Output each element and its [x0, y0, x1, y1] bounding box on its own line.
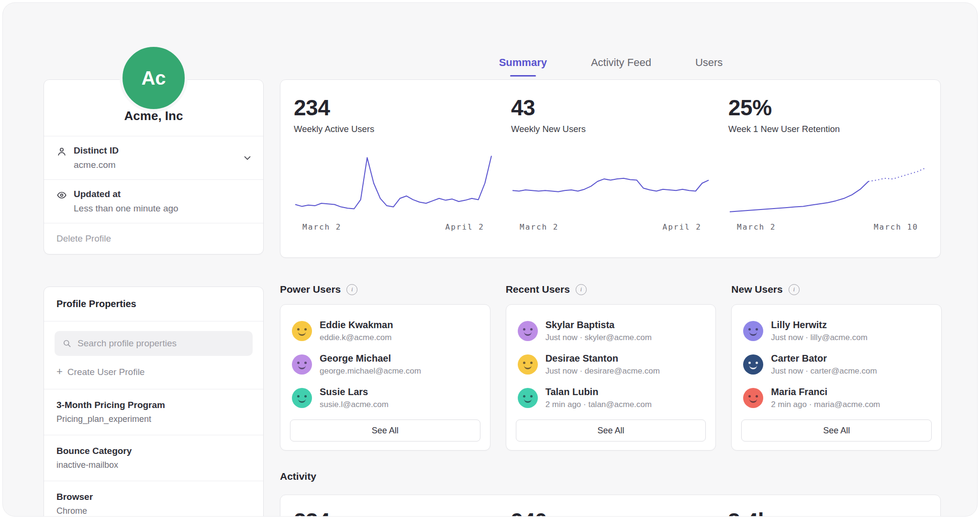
user-avatar: [518, 354, 538, 375]
info-icon[interactable]: [576, 284, 587, 295]
user-name: Skylar Baptista: [546, 320, 652, 331]
week1-retention-chart: [728, 147, 927, 219]
user-row[interactable]: Talan Lubin 2 min ago · talan@acme.com: [506, 381, 716, 415]
user-row[interactable]: Susie Lars susie.l@acme.com: [280, 381, 490, 415]
user-row[interactable]: Desirae Stanton Just now · desirare@acme…: [506, 348, 716, 381]
x-tick-start: March 2: [737, 222, 776, 232]
user-row[interactable]: Lilly Herwitz Just now · lilly@acme.com: [732, 314, 941, 348]
summary-card: 234 Weekly Active Users March 2 April 2 …: [280, 79, 941, 258]
activity-stat-2: 940: [511, 509, 710, 517]
distinct-id-row[interactable]: Distinct ID acme.com: [44, 136, 263, 179]
see-all-button[interactable]: See All: [516, 420, 706, 442]
property-row-browser[interactable]: Browser Chrome: [44, 481, 263, 517]
distinct-id-value: acme.com: [74, 160, 119, 170]
info-icon[interactable]: [346, 284, 357, 295]
x-tick-end: April 2: [445, 222, 484, 232]
stat-weekly-active-users: 234 Weekly Active Users March 2 April 2: [294, 96, 493, 246]
user-name: George Michael: [320, 353, 421, 364]
app-frame: Ac Acme, Inc Distinct ID acme.com: [2, 2, 978, 517]
x-tick-start: March 2: [302, 222, 341, 232]
user-email: susie.l@acme.com: [320, 400, 389, 409]
stat-label: Weekly New Users: [511, 124, 710, 134]
x-tick-start: March 2: [520, 222, 558, 232]
user-name: Lilly Herwitz: [771, 320, 867, 331]
stat-value: 234: [294, 96, 493, 119]
search-icon: [62, 339, 72, 348]
user-email: george.michael@acme.com: [320, 366, 421, 376]
tab-activity-feed[interactable]: Activity Feed: [591, 56, 651, 75]
plus-icon: [56, 366, 63, 377]
profile-properties-title: Profile Properties: [44, 287, 263, 321]
property-value: Chrome: [56, 506, 251, 516]
tab-summary[interactable]: Summary: [499, 56, 547, 75]
user-name: Desirae Stanton: [546, 353, 660, 364]
x-axis-labels: March 2 April 2: [511, 222, 710, 232]
eye-icon: [56, 189, 74, 200]
profile-properties-search[interactable]: [55, 331, 253, 356]
user-name: Maria Franci: [771, 386, 880, 398]
new-users-header: New Users: [731, 282, 942, 297]
user-name: Carter Bator: [771, 353, 877, 364]
see-all-button[interactable]: See All: [741, 420, 932, 442]
stat-week1-retention: 25% Week 1 New User Retention March 2 Ma…: [728, 96, 927, 246]
user-avatar: [743, 354, 763, 375]
create-user-profile-button[interactable]: Create User Profile: [44, 360, 263, 389]
list-title: Power Users: [280, 284, 341, 295]
power-users-card: Eddie Kwakman eddie.k@acme.com George Mi…: [280, 304, 490, 451]
stat-label: Weekly Active Users: [294, 124, 493, 134]
property-name: 3-Month Pricing Program: [56, 400, 251, 410]
x-axis-labels: March 2 March 10: [728, 222, 927, 232]
search-input[interactable]: [77, 338, 245, 349]
user-avatar: [743, 388, 763, 408]
delete-profile-button[interactable]: Delete Profile: [44, 223, 263, 254]
list-title: New Users: [731, 284, 782, 295]
user-row[interactable]: Maria Franci 2 min ago · maria@acme.com: [732, 381, 941, 415]
company-avatar: Ac: [120, 44, 188, 112]
power-users-column: Power Users Eddie Kwakman eddie.k@acme.c…: [280, 282, 490, 451]
info-icon[interactable]: [789, 284, 800, 295]
profile-properties-card: Profile Properties Create User Profile 3…: [44, 287, 264, 517]
user-avatar: [743, 321, 763, 341]
user-meta: Just now · skyler@acme.com: [546, 333, 652, 342]
recent-users-header: Recent Users: [506, 282, 716, 297]
see-all-button[interactable]: See All: [290, 420, 480, 442]
user-meta: Just now · lilly@acme.com: [771, 333, 867, 342]
user-row[interactable]: Skylar Baptista Just now · skyler@acme.c…: [506, 314, 716, 348]
activity-section-title: Activity: [280, 471, 316, 482]
user-row[interactable]: Eddie Kwakman eddie.k@acme.com: [280, 314, 490, 348]
property-value: Pricing_plan_experiment: [56, 414, 251, 424]
updated-at-value: Less than one minute ago: [74, 203, 178, 214]
property-row-bounce-category[interactable]: Bounce Category inactive-mailbox: [44, 435, 263, 481]
new-users-column: New Users Lilly Herwitz Just now · lilly…: [731, 282, 942, 451]
user-name: Eddie Kwakman: [320, 320, 393, 331]
user-avatar: [518, 388, 538, 408]
activity-stat-3: 3.4k: [728, 509, 927, 517]
property-row-pricing-program[interactable]: 3-Month Pricing Program Pricing_plan_exp…: [44, 389, 263, 435]
x-axis-labels: March 2 April 2: [294, 222, 493, 232]
user-lists: Power Users Eddie Kwakman eddie.k@acme.c…: [280, 282, 942, 451]
company-avatar-initials: Ac: [141, 67, 166, 89]
user-row[interactable]: Carter Bator Just now · carter@acme.com: [732, 348, 941, 381]
x-tick-end: March 10: [874, 222, 918, 232]
chevron-down-icon[interactable]: [242, 153, 253, 163]
user-meta: Just now · desirare@acme.com: [546, 366, 660, 376]
create-user-profile-label: Create User Profile: [67, 367, 145, 377]
user-row[interactable]: George Michael george.michael@acme.com: [280, 348, 490, 381]
user-avatar: [518, 321, 538, 341]
stat-weekly-new-users: 43 Weekly New Users March 2 April 2: [511, 96, 710, 246]
tab-bar: Summary Activity Feed Users: [280, 56, 942, 75]
user-avatar: [292, 321, 312, 341]
recent-users-card: Skylar Baptista Just now · skyler@acme.c…: [506, 304, 716, 451]
x-tick-end: April 2: [663, 222, 702, 232]
user-avatar: [292, 354, 312, 375]
activity-stat-1: 234: [294, 509, 493, 517]
tab-users[interactable]: Users: [695, 56, 723, 75]
user-avatar: [292, 388, 312, 408]
weekly-active-users-chart: [294, 147, 493, 219]
user-meta: 2 min ago · talan@acme.com: [546, 400, 652, 409]
property-name: Bounce Category: [56, 446, 251, 456]
recent-users-column: Recent Users Skylar Baptista Just now · …: [506, 282, 716, 451]
new-users-card: Lilly Herwitz Just now · lilly@acme.com …: [731, 304, 942, 451]
user-meta: 2 min ago · maria@acme.com: [771, 400, 880, 409]
user-name: Talan Lubin: [546, 386, 652, 398]
